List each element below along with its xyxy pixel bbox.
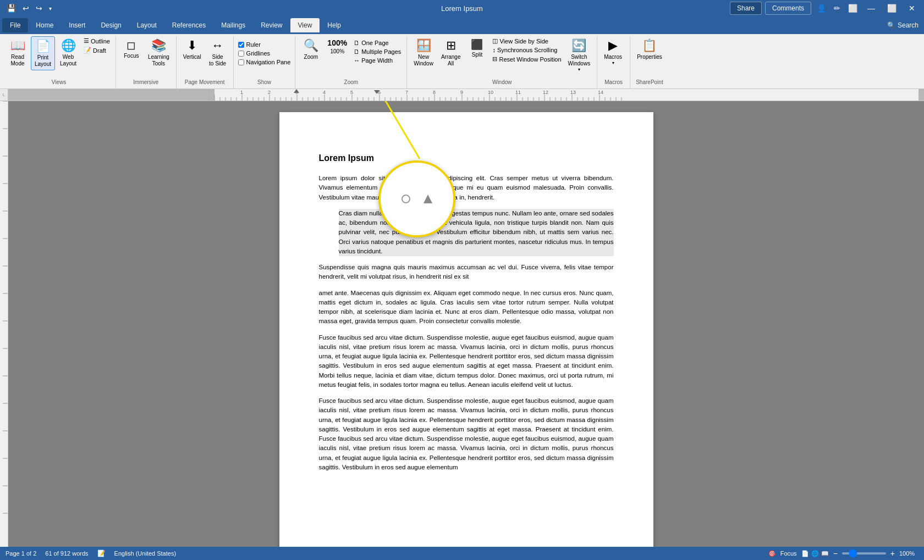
- ribbon-group-page-movement: ⬇ Vertical ↔ Sideto Side Page Movement: [177, 36, 234, 88]
- right-indent-marker[interactable]: [374, 90, 380, 94]
- macros-button[interactable]: ▶ Macros ▾: [601, 36, 625, 68]
- undo-icon[interactable]: ↩: [20, 3, 31, 14]
- document-scroll-area[interactable]: Lorem Ipsum Lorem ipsum dolor sit amet, …: [8, 101, 924, 547]
- synchronous-scrolling-icon: ↕: [492, 47, 496, 53]
- view-icons: 📄 🌐 📖: [801, 550, 829, 557]
- outline-button[interactable]: ☰ Outline: [81, 36, 112, 46]
- navigation-pane-checkbox-label[interactable]: Navigation Pane: [237, 58, 292, 66]
- tab-design[interactable]: Design: [93, 18, 129, 32]
- redo-icon[interactable]: ↪: [34, 3, 45, 14]
- page-width-button[interactable]: ↔ Page Width: [351, 56, 403, 65]
- ribbon-group-immersive: ◻ Focus 📚 LearningTools Immersive: [116, 36, 177, 88]
- print-view-icon[interactable]: 📄: [801, 550, 809, 557]
- web-view-icon[interactable]: 🌐: [811, 550, 819, 557]
- gridlines-checkbox[interactable]: [238, 51, 244, 57]
- split-button[interactable]: ⬛ Split: [465, 36, 489, 60]
- tab-help[interactable]: Help: [320, 18, 349, 32]
- side-to-side-button[interactable]: ↔ Sideto Side: [206, 36, 230, 69]
- web-layout-icon: 🌐: [61, 38, 76, 53]
- gridlines-checkbox-label[interactable]: Gridlines: [237, 49, 271, 57]
- properties-icon: 📋: [642, 38, 657, 53]
- search-tab[interactable]: 🔍 Search: [882, 19, 924, 31]
- reset-window-position-button[interactable]: ⊟ Reset Window Position: [490, 54, 563, 64]
- ruler-checkbox[interactable]: [238, 42, 244, 48]
- print-layout-icon: 📄: [36, 39, 51, 53]
- status-bar-right: 🎯 Focus 📄 🌐 📖 − + 100%: [768, 549, 919, 558]
- document-page: Lorem Ipsum Lorem ipsum dolor sit amet, …: [279, 112, 653, 547]
- view-side-by-side-button[interactable]: ◫ View Side by Side: [490, 36, 563, 46]
- multiple-pages-icon: 🗋: [354, 48, 360, 55]
- tab-layout[interactable]: Layout: [129, 18, 164, 32]
- paragraph-1: Lorem ipsum dolor sit amet, consectetur …: [319, 174, 614, 202]
- document-container: Lorem Ipsum Lorem ipsum dolor sit amet, …: [279, 112, 653, 536]
- word-count: 61 of 912 words: [45, 550, 88, 557]
- synchronous-scrolling-button[interactable]: ↕ Synchronous Scrolling: [490, 46, 563, 54]
- page-width-icon: ↔: [354, 57, 360, 64]
- macros-icon: ▶: [608, 38, 618, 53]
- paragraph-2: Cras diam nulla, molestie sed felis vel,…: [339, 209, 614, 256]
- ribbon-group-window: 🪟 NewWindow ⊞ ArrangeAll ⬛ Split ◫ View …: [407, 36, 597, 88]
- switch-windows-button[interactable]: 🔄 SwitchWindows ▾: [565, 36, 594, 74]
- share-button[interactable]: Share: [730, 2, 762, 15]
- ribbon-toggle-icon[interactable]: ⬜: [846, 3, 860, 14]
- zoom-slider-container: [842, 552, 886, 555]
- customize-icon[interactable]: ▾: [47, 4, 54, 13]
- reset-window-position-icon: ⊟: [492, 56, 497, 63]
- tab-references[interactable]: References: [164, 18, 213, 32]
- tab-mailings[interactable]: Mailings: [213, 18, 253, 32]
- left-indent-marker[interactable]: [293, 89, 300, 96]
- ruler-checkbox-label[interactable]: Ruler: [237, 41, 262, 48]
- tab-home[interactable]: Home: [28, 18, 61, 32]
- tab-file[interactable]: File: [2, 18, 28, 32]
- zoom-minus-icon[interactable]: −: [833, 549, 838, 558]
- focus-button[interactable]: ◻ Focus: [119, 36, 144, 62]
- arrange-all-button[interactable]: ⊞ ArrangeAll: [438, 36, 464, 69]
- views-group-label: Views: [2, 79, 116, 85]
- profile-icon[interactable]: 👤: [815, 3, 828, 14]
- zoom-percent[interactable]: 100%: [899, 550, 919, 557]
- 100-percent-button[interactable]: 100% 100%: [324, 36, 350, 57]
- sharepoint-group-label: SharePoint: [630, 79, 669, 85]
- one-page-button[interactable]: 🗋 One Page: [351, 38, 403, 47]
- learning-tools-icon: 📚: [151, 38, 166, 53]
- print-layout-button[interactable]: 📄 PrintLayout: [31, 36, 55, 70]
- tab-review[interactable]: Review: [253, 18, 290, 32]
- zoom-plus-icon[interactable]: +: [890, 549, 895, 558]
- title-bar: 💾 ↩ ↪ ▾ Lorem Ipsum Share Comments 👤 ✏ ⬜…: [0, 0, 924, 16]
- navigation-pane-checkbox[interactable]: [238, 59, 244, 65]
- show-group-label: Show: [234, 79, 295, 85]
- paragraph-4: amet ante. Maecenas quis dignissim ex. A…: [319, 289, 614, 326]
- pen-icon[interactable]: ✏: [832, 3, 843, 14]
- learning-tools-button[interactable]: 📚 LearningTools: [145, 36, 173, 69]
- web-layout-button[interactable]: 🌐 WebLayout: [56, 36, 80, 69]
- tab-view[interactable]: View: [290, 18, 320, 32]
- minimize-button[interactable]: —: [863, 3, 879, 14]
- page-movement-group-label: Page Movement: [177, 79, 233, 85]
- read-view-icon[interactable]: 📖: [821, 550, 829, 557]
- zoom-slider[interactable]: [842, 552, 886, 555]
- ribbon-tabs: File Home Insert Design Layout Reference…: [0, 16, 924, 34]
- multiple-pages-button[interactable]: 🗋 Multiple Pages: [351, 47, 403, 56]
- proofing-icon: 📝: [97, 550, 106, 557]
- ribbon-group-sharepoint: 📋 Properties SharePoint: [630, 36, 669, 88]
- comments-button[interactable]: Comments: [765, 2, 811, 15]
- save-icon[interactable]: 💾: [4, 3, 18, 14]
- horizontal-ruler[interactable]: [209, 89, 924, 101]
- focus-status-icon[interactable]: 🎯: [768, 550, 776, 557]
- draft-button[interactable]: 📝 Draft: [81, 46, 112, 55]
- vertical-icon: ⬇: [187, 38, 197, 53]
- close-button[interactable]: ✕: [904, 3, 920, 14]
- new-window-button[interactable]: 🪟 NewWindow: [410, 36, 437, 69]
- read-mode-button[interactable]: 📖 ReadMode: [6, 36, 30, 69]
- ribbon-group-views: 📖 ReadMode 📄 PrintLayout 🌐 WebLayout ☰ O…: [2, 36, 116, 88]
- zoom-button[interactable]: 🔍 Zoom: [299, 36, 323, 63]
- focus-label[interactable]: Focus: [780, 550, 797, 557]
- window-controls: Share Comments 👤 ✏ ⬜ — ⬜ ✕: [730, 2, 920, 15]
- focus-icon: ◻: [127, 38, 136, 52]
- properties-button[interactable]: 📋 Properties: [634, 36, 666, 63]
- vertical-button[interactable]: ⬇ Vertical: [180, 36, 205, 63]
- ribbon-group-zoom: 🔍 Zoom 100% 100% 🗋 One Page 🗋 Multiple P…: [295, 36, 407, 88]
- maximize-button[interactable]: ⬜: [883, 3, 901, 14]
- tab-insert[interactable]: Insert: [61, 18, 93, 32]
- main-content-area: Lorem Ipsum Lorem ipsum dolor sit amet, …: [0, 101, 924, 547]
